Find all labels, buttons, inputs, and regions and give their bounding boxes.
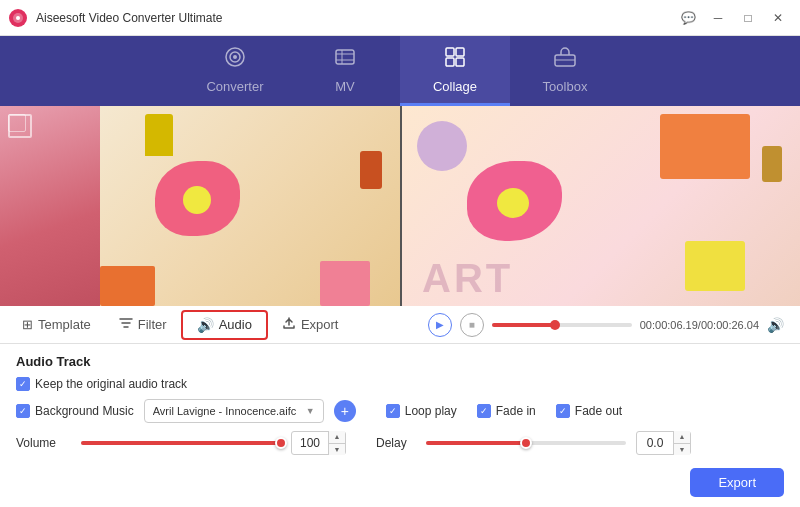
keep-original-checkbox-item[interactable]: ✓ Keep the original audio track: [16, 377, 187, 391]
time-display: 00:00:06.19/00:00:26.04: [640, 319, 759, 331]
delay-up[interactable]: ▲: [674, 431, 690, 444]
video-panel-1: [0, 106, 100, 306]
svg-rect-7: [446, 48, 454, 56]
bg-music-label: Background Music: [35, 404, 134, 418]
keep-original-label: Keep the original audio track: [35, 377, 187, 391]
bg-music-row: ✓ Background Music Avril Lavigne - Innoc…: [16, 399, 784, 423]
app-logo: [8, 8, 28, 28]
tab-filter[interactable]: Filter: [105, 310, 181, 340]
fade-in-checkbox[interactable]: ✓: [477, 404, 491, 418]
keep-original-row: ✓ Keep the original audio track: [16, 377, 784, 391]
play-button[interactable]: ▶: [428, 313, 452, 337]
export-tab-label: Export: [301, 317, 339, 332]
loop-play-checkbox[interactable]: ✓: [386, 404, 400, 418]
fade-out-checkbox-item[interactable]: ✓ Fade out: [556, 404, 622, 418]
nav-converter[interactable]: Converter: [180, 36, 290, 106]
converter-label: Converter: [206, 79, 263, 94]
video-left: [0, 106, 400, 306]
playback-controls: ▶ ■ 00:00:06.19/00:00:26.04 🔊: [428, 313, 792, 337]
filter-icon: [119, 316, 133, 333]
bg-music-select[interactable]: Avril Lavigne - Innocence.aifc ▼: [144, 399, 324, 423]
add-music-button[interactable]: +: [334, 400, 356, 422]
svg-point-2: [16, 16, 20, 20]
volume-slider[interactable]: [81, 441, 281, 445]
tab-audio[interactable]: 🔊 Audio: [181, 310, 268, 340]
tab-template[interactable]: ⊞ Template: [8, 310, 105, 340]
nav-bar: Converter MV Collage: [0, 36, 800, 106]
main-area: ART ⊞ Template Filter 🔊 Audio Export ▶: [0, 106, 800, 507]
nav-mv[interactable]: MV: [290, 36, 400, 106]
delay-label: Delay: [376, 436, 416, 450]
fade-in-checkbox-item[interactable]: ✓ Fade in: [477, 404, 536, 418]
volume-number-field[interactable]: 100 ▲ ▼: [291, 431, 346, 455]
loop-play-label: Loop play: [405, 404, 457, 418]
toolbox-label: Toolbox: [543, 79, 588, 94]
svg-rect-10: [456, 58, 464, 66]
delay-value: 0.0: [637, 436, 673, 450]
stop-button[interactable]: ■: [460, 313, 484, 337]
svg-rect-9: [446, 58, 454, 66]
collage-label: Collage: [433, 79, 477, 94]
volume-knob[interactable]: [275, 437, 287, 449]
fade-out-checkbox[interactable]: ✓: [556, 404, 570, 418]
video-right: ART: [402, 106, 800, 306]
select-arrow-icon: ▼: [306, 406, 315, 416]
volume-up[interactable]: ▲: [329, 431, 345, 444]
svg-rect-6: [336, 50, 354, 64]
title-bar: Aiseesoft Video Converter Ultimate 💬 ─ □…: [0, 0, 800, 36]
delay-slider[interactable]: [426, 441, 626, 445]
converter-icon: [223, 45, 247, 75]
volume-label: Volume: [16, 436, 71, 450]
delay-knob[interactable]: [520, 437, 532, 449]
toolbox-icon: [553, 45, 577, 75]
title-bar-controls: 💬 ─ □ ✕: [674, 6, 792, 30]
message-btn[interactable]: 💬: [674, 6, 702, 30]
volume-delay-row: Volume 100 ▲ ▼ Delay 0.0 ▲: [16, 431, 784, 455]
audio-icon: 🔊: [197, 317, 214, 333]
minimize-btn[interactable]: ─: [704, 6, 732, 30]
volume-down[interactable]: ▼: [329, 444, 345, 456]
filter-label: Filter: [138, 317, 167, 332]
audio-label: Audio: [219, 317, 252, 332]
delay-arrows: ▲ ▼: [673, 431, 690, 455]
collage-icon: [443, 45, 467, 75]
progress-bar[interactable]: [492, 323, 632, 327]
video-area: ART: [0, 106, 800, 306]
mv-label: MV: [335, 79, 355, 94]
bg-music-value: Avril Lavigne - Innocence.aifc: [153, 405, 297, 417]
mv-icon: [333, 45, 357, 75]
export-footer: Export: [690, 468, 784, 497]
delay-down[interactable]: ▼: [674, 444, 690, 456]
nav-toolbox[interactable]: Toolbox: [510, 36, 620, 106]
volume-fill: [81, 441, 281, 445]
video-panel-2: [100, 106, 400, 306]
svg-rect-8: [456, 48, 464, 56]
fade-out-label: Fade out: [575, 404, 622, 418]
svg-point-5: [233, 55, 237, 59]
bg-music-checkbox-item[interactable]: ✓ Background Music: [16, 404, 134, 418]
maximize-btn[interactable]: □: [734, 6, 762, 30]
bottom-panel: Audio Track ✓ Keep the original audio tr…: [0, 344, 800, 507]
tab-bar: ⊞ Template Filter 🔊 Audio Export ▶ ■: [0, 306, 800, 344]
loop-play-checkbox-item[interactable]: ✓ Loop play: [386, 404, 457, 418]
export-button[interactable]: Export: [690, 468, 784, 497]
volume-icon[interactable]: 🔊: [767, 317, 784, 333]
template-icon: ⊞: [22, 317, 33, 332]
progress-fill: [492, 323, 555, 327]
delay-fill: [426, 441, 526, 445]
app-title: Aiseesoft Video Converter Ultimate: [36, 11, 223, 25]
volume-arrows: ▲ ▼: [328, 431, 345, 455]
tab-export[interactable]: Export: [268, 310, 353, 340]
title-bar-left: Aiseesoft Video Converter Ultimate: [8, 8, 223, 28]
bg-music-checkbox[interactable]: ✓: [16, 404, 30, 418]
right-checkboxes: ✓ Loop play ✓ Fade in ✓ Fade out: [386, 404, 622, 418]
audio-track-title: Audio Track: [16, 354, 784, 369]
fade-in-label: Fade in: [496, 404, 536, 418]
keep-original-checkbox[interactable]: ✓: [16, 377, 30, 391]
export-tab-icon: [282, 316, 296, 333]
close-btn[interactable]: ✕: [764, 6, 792, 30]
progress-knob[interactable]: [550, 320, 560, 330]
delay-number-field[interactable]: 0.0 ▲ ▼: [636, 431, 691, 455]
nav-collage[interactable]: Collage: [400, 36, 510, 106]
volume-value: 100: [292, 436, 328, 450]
